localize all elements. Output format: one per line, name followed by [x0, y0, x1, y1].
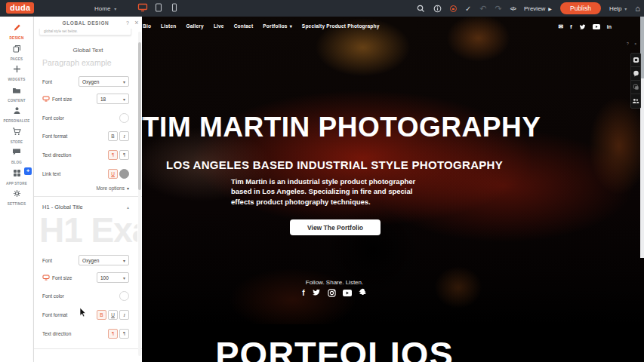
h1-underline-button[interactable]: U [108, 310, 118, 320]
link-underline-button[interactable]: U [108, 169, 118, 179]
h1-direction-ltr-button[interactable]: ¶ [108, 329, 118, 339]
page-selector-label: Home [94, 5, 110, 12]
sidebar-item-widgets[interactable]: WIDGETS [0, 62, 33, 83]
duda-logo[interactable]: duda [6, 2, 34, 14]
link-text-label: Link text [42, 171, 60, 176]
sidebar-item-pages[interactable]: PAGES [0, 41, 33, 63]
facebook-icon[interactable]: f [302, 289, 304, 297]
linkedin-icon[interactable]: in [607, 24, 612, 29]
media-icon[interactable] [631, 54, 640, 67]
nav-item-gallery[interactable]: Gallery [186, 23, 203, 29]
hero-section[interactable]: Bio Listen Gallery Live Contact Portfoli… [142, 17, 644, 324]
play-icon: ▶ [548, 6, 552, 11]
help-menu[interactable]: Help ▾ [609, 5, 627, 12]
layers-icon[interactable] [631, 81, 640, 94]
hero-description[interactable]: Tim Martin is an industrial style produc… [231, 176, 429, 207]
youtube-icon[interactable] [343, 290, 352, 296]
sidebar-item-design[interactable]: DESIGN [0, 20, 33, 41]
nav-item-bio[interactable]: Bio [143, 23, 151, 29]
h1-font-color-swatch[interactable] [119, 291, 129, 301]
hero-title[interactable]: TIM MARTIN PHOTOGRAPHY [142, 112, 527, 143]
publish-button[interactable]: Publish [560, 2, 601, 14]
paragraph-font-size-select[interactable]: 18 ▾ [97, 94, 129, 104]
dev-mode-icon[interactable]: </> [510, 6, 516, 11]
responsive-device-icon [42, 275, 50, 281]
sidebar-item-settings[interactable]: SETTINGS [0, 186, 33, 207]
paragraph-direction-rtl-button[interactable]: ¶ [119, 150, 129, 160]
sidebar-item-personalize[interactable]: PERSONALIZE [0, 103, 33, 124]
portfolios-heading[interactable]: PORTFOLIOS [142, 333, 527, 362]
font-format-label: Font format [42, 312, 67, 318]
portfolios-section[interactable]: PORTFOLIOS [142, 324, 644, 362]
chevron-down-icon: ▾ [114, 6, 116, 11]
global-text-heading: Global Text [34, 47, 142, 54]
h1-font-select[interactable]: Oxygen ▾ [79, 255, 129, 265]
h1-font-value: Oxygen [82, 258, 99, 263]
desktop-view-button[interactable] [134, 0, 150, 17]
global-design-panel: GLOBAL DESIGN ? × global style set below… [34, 17, 142, 362]
h1-italic-button[interactable]: I [119, 310, 129, 320]
paragraph-font-color-swatch[interactable] [119, 113, 129, 123]
panel-help-icon[interactable]: ? [124, 20, 131, 26]
site-header-social: ✉ f in [558, 23, 612, 30]
page-selector[interactable]: Home ▾ [94, 0, 116, 17]
cart-icon [12, 125, 21, 139]
paragraph-italic-button[interactable]: I [119, 131, 129, 141]
tablet-view-button[interactable] [150, 0, 166, 17]
comments-icon[interactable] [631, 67, 640, 81]
nav-item-specialty[interactable]: Specialty Product Photography [302, 23, 380, 29]
nav-item-listen[interactable]: Listen [161, 23, 176, 29]
nav-item-live[interactable]: Live [214, 23, 224, 29]
team-icon[interactable] [631, 94, 640, 108]
mobile-view-button[interactable] [166, 0, 182, 17]
help-label: Help [609, 5, 621, 12]
panel-close-icon[interactable]: × [131, 19, 142, 26]
font-color-label: Font color [42, 293, 64, 299]
sidebar-item-app-store[interactable]: APP STORE + [0, 166, 33, 187]
redo-icon[interactable]: ↷ [495, 4, 502, 14]
info-icon[interactable] [433, 5, 442, 13]
search-icon[interactable] [417, 5, 425, 13]
panel-title: GLOBAL DESIGN [34, 20, 124, 26]
twitter-icon[interactable] [312, 289, 321, 296]
panel-scrollbar[interactable] [138, 32, 141, 356]
h1-bold-button[interactable]: B [97, 310, 106, 320]
sidebar-item-store[interactable]: STORE [0, 124, 33, 146]
editor-topbar: duda Home ▾ [0, 0, 644, 17]
h1-font-size-select[interactable]: 100 ▾ [97, 272, 129, 283]
h1-font-size-value: 100 [100, 275, 109, 281]
font-format-label: Font format [42, 133, 67, 139]
more-options-link[interactable]: More options ▾ [96, 186, 129, 191]
hero-subtitle[interactable]: LOS ANGELES BASED INDUSTRIAL STYLE PHOTO… [142, 158, 527, 171]
panel-divider [34, 196, 142, 197]
sidebar-item-content[interactable]: CONTENT [0, 83, 33, 104]
snapchat-icon[interactable] [359, 288, 367, 297]
preview-button[interactable]: Preview ▶ [524, 5, 552, 12]
link-color-swatch[interactable] [119, 169, 129, 179]
h1-direction-rtl-button[interactable]: ¶ [119, 329, 129, 339]
paragraph-font-select[interactable]: Oxygen ▾ [79, 76, 129, 87]
youtube-icon[interactable] [593, 24, 600, 29]
nav-item-contact[interactable]: Contact [234, 23, 254, 29]
canvas-scrollbar[interactable] [640, 17, 644, 258]
app-grid-icon [13, 167, 21, 180]
home-icon[interactable]: ⌂ [635, 4, 640, 13]
undo-icon[interactable]: ↶ [479, 4, 486, 14]
panel-scrollbar-thumb[interactable] [138, 42, 141, 190]
email-icon[interactable]: ✉ [558, 23, 563, 30]
nav-item-portfolios[interactable]: Portfolios ▾ [263, 23, 292, 29]
paragraph-direction-ltr-button[interactable]: ¶ [108, 150, 118, 160]
topbar-actions: ✓ ↶ ↷ </> Preview ▶ Publish Help ▾ ⌂ [417, 0, 640, 17]
float-toolbar-close[interactable]: ? × [627, 41, 639, 46]
chevron-down-icon: ▾ [624, 6, 627, 11]
instagram-icon[interactable] [328, 289, 336, 297]
sidebar-item-blog[interactable]: BLOG [0, 145, 33, 166]
notification-icon[interactable] [450, 5, 457, 12]
app-store-badge: + [24, 167, 32, 175]
facebook-icon[interactable]: f [570, 23, 572, 30]
paragraph-bold-button[interactable]: B [108, 131, 118, 141]
panel-divider [34, 348, 142, 349]
save-check-icon[interactable]: ✓ [465, 5, 471, 13]
twitter-icon[interactable] [579, 24, 586, 30]
view-portfolio-button[interactable]: View The Portfolio [290, 219, 381, 235]
